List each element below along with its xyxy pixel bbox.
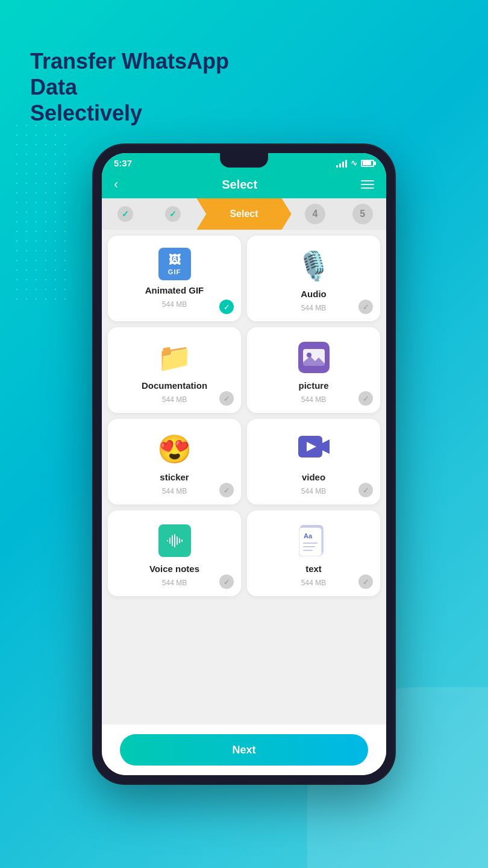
- next-button[interactable]: Next: [120, 734, 368, 766]
- card-picture[interactable]: picture 544 MB ✓: [247, 327, 380, 413]
- step-check-1: ✓: [117, 206, 133, 222]
- back-button[interactable]: ‹: [114, 177, 118, 192]
- folder-icon: 📁: [157, 339, 193, 376]
- card-size-voice-notes: 544 MB: [162, 579, 187, 587]
- step-active-label: Select: [230, 209, 258, 219]
- phone-mockup: 5:37 ∿ ‹ Select: [93, 145, 395, 784]
- step-5: 5: [339, 198, 386, 230]
- card-check-animated-gif: ✓: [219, 300, 234, 314]
- step-num-5: 5: [352, 204, 373, 224]
- dots-decoration: [12, 121, 72, 301]
- card-name-documentation: Documentation: [142, 380, 207, 391]
- phone-screen: 5:37 ∿ ‹ Select: [102, 153, 386, 775]
- card-size-sticker: 544 MB: [162, 487, 187, 495]
- card-check-documentation: ✓: [219, 391, 234, 406]
- step-num-4: 4: [305, 204, 325, 224]
- card-documentation[interactable]: 📁 Documentation 544 MB ✓: [108, 327, 241, 413]
- card-size-audio: 544 MB: [301, 304, 326, 312]
- sticker-icon: 😍: [157, 431, 193, 467]
- card-check-text: ✓: [358, 574, 373, 589]
- card-text[interactable]: Aa text 544 MB ✓: [247, 511, 380, 596]
- step-4: 4: [292, 198, 339, 230]
- signal-icon: [336, 159, 347, 168]
- card-check-picture: ✓: [358, 391, 373, 406]
- card-size-text: 544 MB: [301, 579, 326, 587]
- step-3-active: Select: [196, 198, 291, 230]
- title-area: Transfer WhatsApp Data Selectively: [30, 48, 259, 127]
- voice-notes-icon: [157, 523, 193, 559]
- card-size-video: 544 MB: [301, 487, 326, 495]
- header-title: Select: [222, 178, 257, 192]
- card-size-picture: 544 MB: [301, 395, 326, 404]
- card-name-video: video: [302, 472, 325, 482]
- step-indicator: ✓ ✓ Select 4 5: [102, 198, 386, 230]
- content-grid: 🖼 GIF Animated GIF 544 MB ✓ 🎙️ Audio 544…: [102, 230, 386, 725]
- card-name-text: text: [305, 564, 322, 574]
- step-2: ✓: [149, 198, 197, 230]
- video-icon: [296, 431, 332, 467]
- gif-icon: 🖼 GIF: [158, 248, 191, 280]
- battery-icon: [361, 160, 374, 167]
- app-header: ‹ Select: [102, 171, 386, 198]
- card-check-sticker: ✓: [219, 483, 234, 497]
- svg-text:Aa: Aa: [304, 532, 313, 539]
- card-name-animated-gif: Animated GIF: [145, 285, 204, 295]
- card-video[interactable]: video 544 MB ✓: [247, 419, 380, 505]
- card-name-picture: picture: [298, 380, 328, 391]
- card-animated-gif[interactable]: 🖼 GIF Animated GIF 544 MB ✓: [108, 236, 241, 321]
- card-size-animated-gif: 544 MB: [162, 300, 187, 309]
- status-right: ∿: [336, 159, 374, 168]
- page-title: Transfer WhatsApp Data Selectively: [30, 48, 259, 127]
- card-check-video: ✓: [358, 483, 373, 497]
- card-size-documentation: 544 MB: [162, 395, 187, 404]
- card-name-voice-notes: Voice notes: [149, 564, 199, 574]
- text-icon: Aa: [296, 523, 332, 559]
- card-check-voice-notes: ✓: [219, 574, 234, 589]
- card-name-audio: Audio: [301, 289, 327, 299]
- card-voice-notes[interactable]: Voice notes 544 MB ✓: [108, 511, 241, 596]
- card-audio[interactable]: 🎙️ Audio 544 MB ✓: [247, 236, 380, 321]
- wifi-icon: ∿: [351, 159, 357, 168]
- step-1: ✓: [102, 198, 149, 230]
- step-check-2: ✓: [165, 206, 181, 222]
- menu-button[interactable]: [361, 180, 374, 189]
- audio-icon: 🎙️: [296, 248, 332, 284]
- card-name-sticker: sticker: [160, 472, 189, 482]
- phone-bezel: 5:37 ∿ ‹ Select: [93, 145, 395, 784]
- phone-notch: [220, 153, 268, 168]
- picture-icon: [296, 339, 332, 376]
- status-time: 5:37: [114, 158, 132, 168]
- card-check-audio: ✓: [358, 300, 373, 314]
- card-sticker[interactable]: 😍 sticker 544 MB ✓: [108, 419, 241, 505]
- next-button-area: Next: [102, 725, 386, 775]
